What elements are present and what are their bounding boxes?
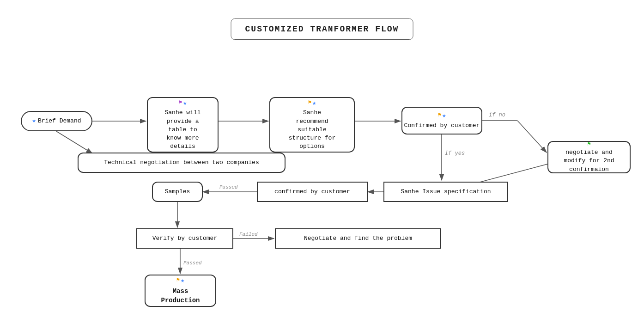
brief-demand-label: Brief Demand <box>38 117 81 125</box>
technical-negotiation-label: Technical negotiation between two compan… <box>104 159 259 167</box>
sanhe-table-label: Sanhe will provide a table to know more … <box>164 109 200 151</box>
svg-text:if no: if no <box>489 112 505 118</box>
sanhe-spec-label: Sanhe Issue specification <box>401 188 491 196</box>
flag-yellow-icon: ⚑ <box>308 99 311 108</box>
star-blue-icon5: ★ <box>181 276 184 286</box>
diagram-container: CUSTOMIZED TRANFORMER FLOW <box>0 0 644 318</box>
star-blue-icon: ★ <box>32 116 36 126</box>
node-sanhe-table: ⚑ ★ Sanhe will provide a table to know m… <box>147 97 219 153</box>
node-brief-demand: ★ Brief Demand <box>21 111 92 131</box>
node-samples: Samples <box>152 182 203 202</box>
node-sanhe-spec: Sanhe Issue specification <box>383 182 508 202</box>
negotiate-problem-label: Negotiate and find the problem <box>304 234 412 243</box>
star-blue-icon4: ★ <box>442 111 446 121</box>
node-negotiate-modify: ⚑ negotiate and modify for 2nd confirmai… <box>547 141 631 173</box>
mass-production-label: Mass Production <box>161 287 200 305</box>
svg-line-8 <box>56 131 92 153</box>
verify-customer-label: Verify by customer <box>152 234 217 243</box>
node-verify-customer: Verify by customer <box>136 228 233 249</box>
flag-purple-icon: ⚑ <box>179 99 182 108</box>
negotiate-modify-label: negotiate and modify for 2nd confirmaion <box>564 148 614 174</box>
confirmed-by-cust-label: confirmed by customer <box>274 188 350 196</box>
svg-text:Passed: Passed <box>219 184 238 190</box>
confirmed-customer-label: Confirmed by customer <box>404 122 480 130</box>
svg-text:Failed: Failed <box>239 232 258 237</box>
sanhe-recommend-label: Sanhe recommend suitable structure for o… <box>289 109 335 151</box>
flag-yellow-icon2: ⚑ <box>438 111 441 121</box>
node-confirmed-customer: ⚑ ★ Confirmed by customer <box>401 107 482 135</box>
flag-yellow-icon3: ⚑ <box>176 276 180 286</box>
node-sanhe-recommend: ⚑ ★ Sanhe recommend suitable structure f… <box>269 97 355 153</box>
star-blue-icon2: ★ <box>183 99 187 108</box>
svg-text:If yes: If yes <box>445 150 465 157</box>
diagram-title: CUSTOMIZED TRANFORMER FLOW <box>231 18 413 40</box>
node-mass-production: ⚑ ★ Mass Production <box>145 275 216 307</box>
samples-label: Samples <box>165 188 190 196</box>
node-negotiate-problem: Negotiate and find the problem <box>275 228 441 249</box>
flag-green-icon: ⚑ <box>587 141 590 148</box>
star-blue-icon3: ★ <box>312 99 316 108</box>
svg-text:Passed: Passed <box>183 260 202 266</box>
node-confirmed-by-cust: confirmed by customer <box>257 182 368 202</box>
svg-line-5 <box>517 121 547 153</box>
node-technical-negotiation: Technical negotiation between two compan… <box>78 153 286 173</box>
